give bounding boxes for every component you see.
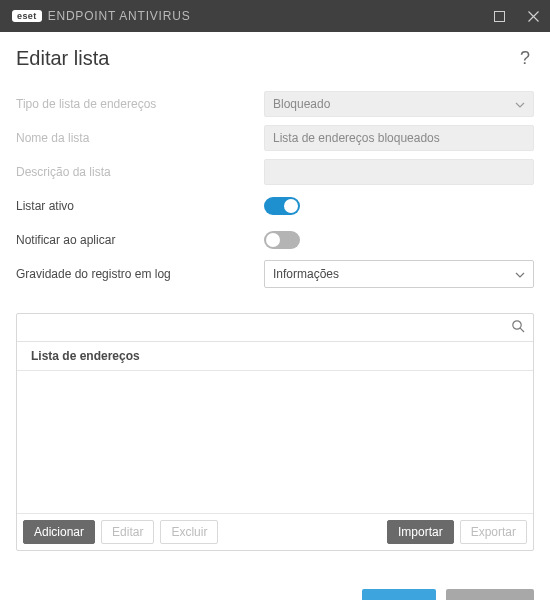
window-controls bbox=[482, 0, 550, 32]
log-severity-label: Gravidade do registro em log bbox=[16, 267, 264, 281]
notify-apply-toggle[interactable] bbox=[264, 231, 300, 249]
search-icon[interactable] bbox=[509, 317, 527, 339]
active-list-label: Listar ativo bbox=[16, 199, 264, 213]
svg-point-1 bbox=[513, 320, 521, 328]
list-name-value: Lista de endereços bloqueados bbox=[273, 131, 440, 145]
list-toolbar: Adicionar Editar Excluir Importar Export… bbox=[17, 513, 533, 550]
brand-product: ENDPOINT ANTIVIRUS bbox=[48, 9, 191, 23]
export-button: Exportar bbox=[460, 520, 527, 544]
dialog-footer: OK Cancelar bbox=[0, 551, 550, 600]
ok-button[interactable]: OK bbox=[362, 589, 436, 600]
notify-apply-label: Notificar ao aplicar bbox=[16, 233, 264, 247]
brand: eset ENDPOINT ANTIVIRUS bbox=[12, 9, 191, 23]
help-icon[interactable]: ? bbox=[516, 46, 534, 71]
list-desc-field bbox=[264, 159, 534, 185]
add-button[interactable]: Adicionar bbox=[23, 520, 95, 544]
list-type-label: Tipo de lista de endereços bbox=[16, 97, 264, 111]
page-title: Editar lista bbox=[16, 47, 109, 70]
delete-button: Excluir bbox=[160, 520, 218, 544]
list-desc-label: Descrição da lista bbox=[16, 165, 264, 179]
maximize-button[interactable] bbox=[482, 0, 516, 32]
svg-rect-0 bbox=[494, 11, 504, 21]
titlebar: eset ENDPOINT ANTIVIRUS bbox=[0, 0, 550, 32]
chevron-down-icon bbox=[515, 267, 525, 281]
close-button[interactable] bbox=[516, 0, 550, 32]
edit-button: Editar bbox=[101, 520, 154, 544]
cancel-button[interactable]: Cancelar bbox=[446, 589, 534, 600]
list-column-header: Lista de endereços bbox=[17, 342, 533, 371]
list-type-value: Bloqueado bbox=[273, 97, 330, 111]
search-input[interactable] bbox=[25, 321, 509, 335]
chevron-down-icon bbox=[515, 97, 525, 111]
list-type-select: Bloqueado bbox=[264, 91, 534, 117]
log-severity-select[interactable]: Informações bbox=[264, 260, 534, 288]
import-button[interactable]: Importar bbox=[387, 520, 454, 544]
active-list-toggle[interactable] bbox=[264, 197, 300, 215]
list-name-label: Nome da lista bbox=[16, 131, 264, 145]
log-severity-value: Informações bbox=[273, 267, 339, 281]
search-row bbox=[17, 314, 533, 342]
brand-logo: eset bbox=[12, 10, 42, 22]
address-list-panel: Lista de endereços Adicionar Editar Excl… bbox=[16, 313, 534, 551]
list-name-field: Lista de endereços bloqueados bbox=[264, 125, 534, 151]
list-body[interactable] bbox=[17, 371, 533, 513]
